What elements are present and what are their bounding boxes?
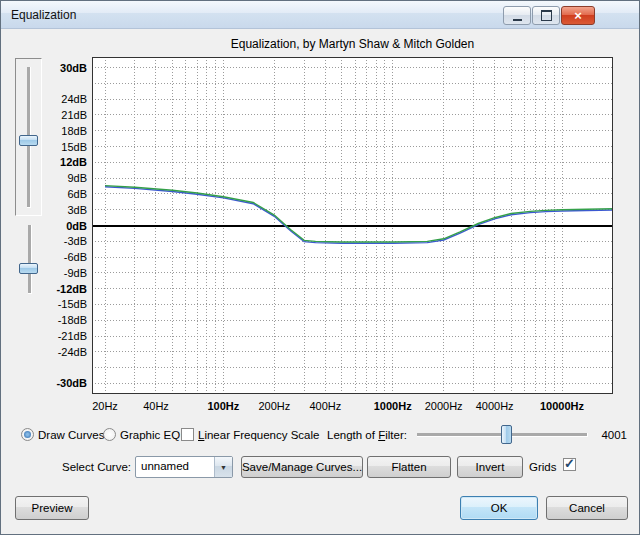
preview-button[interactable]: Preview	[15, 496, 89, 520]
y-axis-label: -6dB	[35, 250, 87, 264]
y-axis-label: 0dB	[35, 219, 87, 233]
chart-title: Equalization, by Martyn Shaw & Mitch Gol…	[92, 37, 613, 51]
curve-select-dropdown[interactable]: unnamed ▼	[135, 456, 233, 478]
graphic-eq-radio[interactable]	[103, 428, 116, 441]
grids-checkbox[interactable]: ✓	[563, 458, 576, 471]
y-axis-label: -18dB	[35, 313, 87, 327]
x-axis-label: 4000Hz	[460, 400, 530, 412]
linear-frequency-scale-checkbox[interactable]	[181, 428, 194, 441]
y-axis-label: 24dB	[35, 92, 87, 106]
save-manage-curves-button[interactable]: Save/Manage Curves...	[241, 456, 363, 478]
y-axis-label: 6dB	[35, 187, 87, 201]
ok-button[interactable]: OK	[460, 496, 538, 520]
cancel-button[interactable]: Cancel	[546, 496, 628, 520]
dropdown-arrow-box[interactable]: ▼	[214, 457, 232, 477]
y-axis-label: 15dB	[35, 140, 87, 154]
x-axis-label: 400Hz	[290, 400, 360, 412]
minimize-button[interactable]	[503, 6, 531, 25]
linear-frequency-scale-label: Linear Frequency Scale	[198, 428, 319, 442]
close-icon: ×	[574, 7, 582, 24]
y-axis-label: 3dB	[35, 203, 87, 217]
draw-curves-label: Draw Curves	[38, 428, 104, 442]
filter-length-slider[interactable]	[417, 425, 587, 444]
y-axis-label: -24dB	[35, 345, 87, 359]
invert-button[interactable]: Invert	[457, 456, 523, 478]
draw-curves-radio[interactable]	[21, 428, 34, 441]
maximize-button[interactable]	[532, 6, 560, 25]
window-title: Equalization	[11, 8, 76, 22]
curve-select-value: unnamed	[141, 460, 189, 472]
close-button[interactable]: ×	[561, 6, 595, 25]
y-axis-label: -30dB	[35, 376, 87, 390]
x-axis-label: 10000Hz	[527, 400, 597, 412]
x-axis-labels: 20Hz40Hz100Hz200Hz400Hz1000Hz2000Hz4000H…	[92, 400, 613, 414]
y-axis-label: 30dB	[35, 61, 87, 75]
y-axis-label: 21dB	[35, 108, 87, 122]
y-axis-label: 12dB	[35, 155, 87, 169]
y-axis-label: 9dB	[35, 171, 87, 185]
y-axis-label: -12dB	[35, 282, 87, 296]
y-axis-labels: 30dB24dB21dB18dB15dB12dB9dB6dB3dB0dB-3dB…	[37, 57, 89, 394]
length-of-filter-label: Length of Filter:	[327, 428, 407, 442]
y-axis-label: 18dB	[35, 124, 87, 138]
minimize-icon	[513, 16, 522, 21]
equalization-dialog: Equalization × Equalization, by Martyn S…	[0, 0, 640, 535]
x-axis-label: 40Hz	[121, 400, 191, 412]
db-min-slider-track[interactable]	[28, 225, 32, 294]
dialog-body: Equalization, by Martyn Shaw & Mitch Gol…	[1, 29, 639, 534]
eq-plot[interactable]	[92, 57, 613, 394]
chevron-down-icon: ▼	[220, 464, 227, 471]
select-curve-label: Select Curve:	[41, 460, 131, 474]
filter-length-value: 4001	[593, 428, 627, 442]
y-axis-label: -9dB	[35, 266, 87, 280]
y-axis-label: -3dB	[35, 234, 87, 248]
graphic-eq-label: Graphic EQ	[120, 428, 180, 442]
titlebar[interactable]: Equalization ×	[1, 1, 639, 29]
maximize-icon	[541, 10, 552, 21]
grids-label: Grids	[529, 460, 556, 474]
y-axis-label: -21dB	[35, 329, 87, 343]
filter-length-slider-thumb[interactable]	[501, 425, 512, 444]
flatten-button[interactable]: Flatten	[367, 456, 451, 478]
y-axis-label: -15dB	[35, 297, 87, 311]
check-icon: ✓	[564, 456, 575, 471]
